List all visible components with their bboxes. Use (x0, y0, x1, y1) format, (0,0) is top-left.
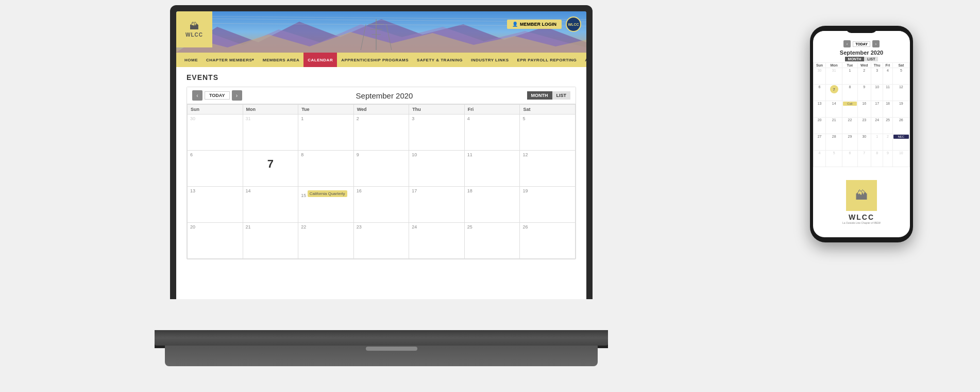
nav-safety[interactable]: SAFETY & TRAINING (413, 53, 467, 67)
phone-prev-button[interactable]: ‹ (843, 40, 851, 47)
table-row[interactable]: 25 (464, 223, 520, 259)
phone-logo-sub: La Outside Line Chapter of IBEW (842, 221, 881, 224)
table-row[interactable]: 30 (188, 115, 243, 151)
calendar-next-button[interactable]: › (232, 90, 242, 101)
calendar-today-button[interactable]: TODAY (205, 91, 230, 100)
list-item[interactable]: 8 (842, 85, 857, 101)
list-item[interactable]: 19 (892, 101, 909, 118)
list-item[interactable]: NEC (892, 134, 909, 151)
list-item[interactable]: 5 (826, 151, 842, 167)
phone-today-button[interactable]: TODAY (853, 41, 870, 47)
list-item[interactable]: 9 (883, 151, 892, 167)
list-item[interactable]: 28 (826, 134, 842, 151)
list-item[interactable]: 18 (883, 101, 892, 118)
table-row[interactable]: 14 (243, 187, 298, 223)
phone-event-nec[interactable]: NEC (893, 135, 909, 139)
calendar-list-view-button[interactable]: LIST (552, 91, 571, 100)
event-california-quarterly[interactable]: California Quarterly (308, 190, 347, 197)
col-tue: Tue (298, 105, 354, 115)
table-row[interactable]: 26 (520, 223, 576, 259)
list-item[interactable]: 24 (871, 118, 883, 134)
list-item[interactable]: 11 (883, 85, 892, 101)
table-row[interactable]: 9 (353, 151, 409, 187)
list-item[interactable]: 6 (842, 151, 857, 167)
list-item[interactable]: 31 (826, 68, 842, 85)
phone-list-button[interactable]: LIST (864, 57, 878, 61)
table-row[interactable]: 22 (298, 223, 354, 259)
phone-event-cali[interactable]: Cali (843, 102, 856, 106)
table-row[interactable]: 7 (243, 151, 298, 187)
table-row[interactable]: 8 (298, 151, 354, 187)
list-item[interactable]: 26 (892, 118, 909, 134)
list-item[interactable]: 6 (814, 85, 826, 101)
table-row[interactable]: 11 (464, 151, 520, 187)
table-row[interactable]: 17 (409, 187, 465, 223)
table-row[interactable]: 12 (520, 151, 576, 187)
laptop-screen: 🏔 WLCC 👤 MEMBER LOGIN WLCC (176, 11, 586, 299)
phone-month-button[interactable]: MONTH (845, 57, 865, 61)
table-row[interactable]: 6 (188, 151, 243, 187)
list-item[interactable]: 2 (857, 68, 871, 85)
list-item[interactable]: 3 (871, 68, 883, 85)
list-item[interactable]: 12 (892, 85, 909, 101)
list-item[interactable]: 4 (814, 151, 826, 167)
list-item[interactable]: 7 (857, 151, 871, 167)
list-item[interactable]: 9 (857, 85, 871, 101)
calendar-month-view-button[interactable]: MONTH (527, 91, 552, 100)
phone-next-button[interactable]: › (872, 40, 880, 47)
list-item[interactable]: 23 (857, 118, 871, 134)
table-row[interactable]: 16 (353, 187, 409, 223)
list-item[interactable]: 1 (842, 68, 857, 85)
list-item[interactable]: 13 (814, 101, 826, 118)
nav-chapter-members[interactable]: CHAPTER MEMBERS (202, 53, 259, 67)
table-row[interactable]: 10 (409, 151, 465, 187)
table-row[interactable]: 3 (409, 115, 465, 151)
member-login-button[interactable]: 👤 MEMBER LOGIN (507, 20, 562, 29)
list-item[interactable]: 5 (892, 68, 909, 85)
phone-col-mon: Mon (826, 63, 842, 68)
list-item[interactable]: 4 (883, 68, 892, 85)
list-item[interactable]: 30 (814, 68, 826, 85)
list-item[interactable]: 10 (892, 151, 909, 167)
table-row[interactable]: 2 (353, 115, 409, 151)
table-row[interactable]: 18 (464, 187, 520, 223)
site-logo[interactable]: 🏔 WLCC (176, 11, 212, 47)
list-item[interactable]: 20 (814, 118, 826, 134)
list-item[interactable]: 16 (857, 101, 871, 118)
table-row[interactable]: 31 (243, 115, 298, 151)
phone-calendar-header: ‹ TODAY › (813, 39, 910, 48)
list-item[interactable]: 21 (826, 118, 842, 134)
nav-apprenticeship[interactable]: APPRENTICESHIP PROGRAMS (337, 53, 413, 67)
list-item[interactable]: 17 (871, 101, 883, 118)
nav-members-area[interactable]: MEMBERS AREA (259, 53, 303, 67)
list-item[interactable]: 10 (871, 85, 883, 101)
table-row[interactable]: 5 (520, 115, 576, 151)
list-item[interactable]: 27 (814, 134, 826, 151)
list-item[interactable]: 7 (826, 85, 842, 101)
list-item[interactable]: 14 (826, 101, 842, 118)
table-row[interactable]: 19 (520, 187, 576, 223)
list-item[interactable]: 30 (857, 134, 871, 151)
table-row[interactable]: 23 (353, 223, 409, 259)
table-row[interactable]: 15 California Quarterly (298, 187, 354, 223)
list-item[interactable]: 1 (871, 134, 883, 151)
table-row[interactable]: 4 (464, 115, 520, 151)
phone-month-title: September 2020 (813, 48, 910, 57)
table-row[interactable]: 20 (188, 223, 243, 259)
nav-about[interactable]: ABOUT US (581, 53, 586, 67)
list-item[interactable]: Cali (842, 101, 857, 118)
list-item[interactable]: 22 (842, 118, 857, 134)
list-item[interactable]: 29 (842, 134, 857, 151)
list-item[interactable]: 2 (883, 134, 892, 151)
list-item[interactable]: 25 (883, 118, 892, 134)
nav-industry[interactable]: INDUSTRY LINKS (467, 53, 513, 67)
table-row[interactable]: 1 (298, 115, 354, 151)
calendar-prev-button[interactable]: ‹ (192, 90, 202, 101)
nav-home[interactable]: HOME (180, 53, 202, 67)
table-row[interactable]: 21 (243, 223, 298, 259)
table-row[interactable]: 13 (188, 187, 243, 223)
list-item[interactable]: 8 (871, 151, 883, 167)
table-row[interactable]: 24 (409, 223, 465, 259)
nav-epr[interactable]: EPR PAYROLL REPORTING (513, 53, 581, 67)
nav-calendar[interactable]: CALENDAR (303, 53, 337, 67)
